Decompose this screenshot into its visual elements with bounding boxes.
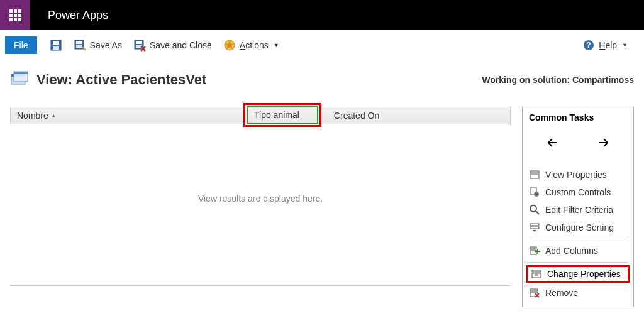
svg-rect-25 xyxy=(530,247,536,249)
controls-icon xyxy=(529,187,540,198)
task-edit-filter[interactable]: Edit Filter Criteria xyxy=(523,201,633,219)
help-underline: H xyxy=(599,40,605,50)
svg-rect-1 xyxy=(53,41,59,45)
help-icon: ? xyxy=(582,39,595,52)
task-add-columns[interactable]: Add Columns xyxy=(523,242,633,259)
svg-rect-4 xyxy=(76,41,82,44)
save-as-button[interactable]: Save As xyxy=(74,39,122,52)
help-menu[interactable]: ? Help ▼ xyxy=(582,39,628,52)
save-as-icon xyxy=(74,39,86,52)
properties-icon xyxy=(529,169,540,180)
add-column-icon xyxy=(529,245,540,256)
search-icon xyxy=(529,204,540,216)
task-configure-sorting[interactable]: Configure Sorting xyxy=(523,219,633,236)
task-change-properties[interactable]: Change Properties xyxy=(526,265,630,283)
save-close-label: Save and Close xyxy=(150,40,212,50)
app-header: Power Apps xyxy=(0,0,644,30)
actions-underline: A xyxy=(240,40,245,50)
column-header-tipo-highlight: Tipo animal xyxy=(243,104,321,128)
svg-line-22 xyxy=(536,211,539,214)
save-as-label: Save As xyxy=(90,40,122,50)
sort-icon xyxy=(529,222,540,233)
column-header-tipo[interactable]: Tipo animal xyxy=(247,106,318,124)
actions-menu[interactable]: Actions ▼ xyxy=(223,39,279,52)
nav-back-button[interactable] xyxy=(545,136,562,152)
nav-forward-button[interactable] xyxy=(594,136,611,152)
svg-rect-24 xyxy=(530,227,539,229)
columns-header: Nombre ▲ Tipo animal Created On xyxy=(10,107,511,124)
view-icon xyxy=(10,70,29,89)
save-button[interactable] xyxy=(50,39,62,52)
save-icon xyxy=(50,39,62,52)
results-placeholder: View results are displayed here. xyxy=(10,124,511,204)
svg-rect-17 xyxy=(530,174,539,178)
svg-rect-15 xyxy=(14,72,28,74)
arrow-left-icon xyxy=(545,136,562,149)
svg-rect-20 xyxy=(535,193,538,195)
common-tasks-panel: Common Tasks View Properties Custom Cont… xyxy=(522,107,634,307)
main-area: View: Active PacientesVet Working on sol… xyxy=(0,60,644,307)
save-and-close-button[interactable]: Save and Close xyxy=(133,39,212,52)
save-close-icon xyxy=(133,39,146,52)
app-title: Power Apps xyxy=(48,9,108,22)
svg-rect-7 xyxy=(136,41,142,44)
page-title: View: Active PacientesVet xyxy=(36,72,206,88)
svg-text:?: ? xyxy=(587,41,591,50)
svg-point-21 xyxy=(530,205,536,212)
file-tab[interactable]: File xyxy=(5,36,37,54)
svg-rect-2 xyxy=(53,46,59,50)
change-properties-icon xyxy=(531,268,542,280)
title-row: View: Active PacientesVet Working on sol… xyxy=(10,70,634,89)
waffle-icon xyxy=(9,9,21,21)
task-remove[interactable]: Remove xyxy=(523,284,633,302)
svg-rect-16 xyxy=(530,171,539,173)
common-tasks-title: Common Tasks xyxy=(523,112,633,125)
chevron-down-icon: ▼ xyxy=(622,42,628,48)
view-grid: Nombre ▲ Tipo animal Created On View res… xyxy=(10,107,511,307)
actions-icon xyxy=(223,39,236,52)
svg-rect-27 xyxy=(532,270,541,272)
toolbar: File Save As Save and Close Actions ▼ ? … xyxy=(0,30,644,60)
remove-icon xyxy=(529,287,540,298)
column-header-nombre[interactable]: Nombre ▲ xyxy=(11,111,243,121)
sort-asc-icon: ▲ xyxy=(51,112,57,119)
chevron-down-icon: ▼ xyxy=(274,42,279,48)
svg-rect-31 xyxy=(530,289,538,291)
svg-rect-5 xyxy=(76,45,82,48)
column-header-created[interactable]: Created On xyxy=(321,111,386,121)
svg-rect-23 xyxy=(530,224,539,226)
solution-label: Working on solution: Compartimoss xyxy=(482,75,634,85)
arrow-right-icon xyxy=(594,136,611,149)
task-custom-controls[interactable]: Custom Controls xyxy=(523,183,633,201)
app-launcher-button[interactable] xyxy=(0,0,30,30)
view-divider xyxy=(10,285,511,286)
task-view-properties[interactable]: View Properties xyxy=(523,166,633,183)
